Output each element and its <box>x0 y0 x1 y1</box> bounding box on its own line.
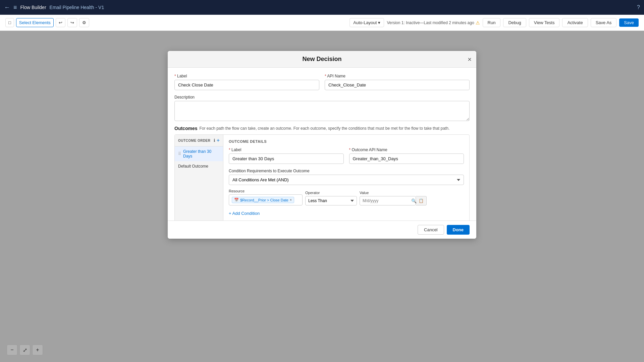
resource-tag: 📅 $Record__Prior > Close Date × <box>232 197 294 203</box>
toolbar-right: Auto-Layout ▾ Version 1: Inactive—Last m… <box>350 18 639 27</box>
condition-requirements-row: Condition Requirements to Execute Outcom… <box>229 169 464 185</box>
resource-tag-close[interactable]: × <box>290 198 292 202</box>
add-condition-button[interactable]: + Add Condition <box>229 209 260 218</box>
default-outcome-label: Default Outcome <box>178 164 208 169</box>
main-toolbar: □ Select Elements ↩ ↪ ⚙ Auto-Layout ▾ Ve… <box>0 15 644 31</box>
operator-label: Operator <box>305 191 357 195</box>
resource-tag-label: $Record__Prior > Close Date <box>240 198 288 202</box>
outcome-item-label: Greater than 30 Days <box>183 149 220 159</box>
help-icon[interactable]: ? <box>637 4 640 10</box>
outcome-item[interactable]: ⠿ Greater than 30 Days <box>175 146 223 161</box>
api-name-field-label: API Name <box>325 74 470 78</box>
operator-col: Operator Less ThanGreater ThanEqualsNot … <box>305 191 357 205</box>
drag-handle-icon: ⠿ <box>178 152 181 156</box>
settings-button[interactable]: ⚙ <box>79 18 89 27</box>
nav-right: ? <box>637 4 640 10</box>
panel-icon: □ <box>8 20 11 25</box>
save-button[interactable]: Save <box>619 18 639 27</box>
nav-left: ← ≡ Flow Builder Email Pipeline Health -… <box>4 4 633 11</box>
label-input[interactable] <box>174 80 319 90</box>
cancel-button[interactable]: Cancel <box>418 225 444 235</box>
modal-footer: Cancel Done <box>168 221 476 239</box>
description-label: Description <box>174 95 470 100</box>
outcome-api-name-group: Outcome API Name <box>349 147 464 164</box>
resource-col: Resource 📅 $Record__Prior > Close Date × <box>229 189 303 205</box>
outcome-order-info-icon[interactable]: ℹ <box>214 138 215 143</box>
outcome-details-panel: OUTCOME DETAILS Label Ou <box>223 135 469 221</box>
new-decision-modal: New Decision × Label API Name <box>168 51 476 239</box>
auto-layout-button[interactable]: Auto-Layout ▾ <box>350 18 384 27</box>
outcome-label-field-label: Label <box>229 147 344 152</box>
label-field-label: Label <box>174 74 319 78</box>
modal-title: New Decision <box>302 56 341 63</box>
undo-icon: ↩ <box>59 20 62 25</box>
auto-layout-chevron-icon: ▾ <box>378 20 380 25</box>
value-label: Value <box>360 191 427 195</box>
default-outcome-item[interactable]: Default Outcome <box>175 161 223 171</box>
select-elements-label: Select Elements <box>19 20 51 25</box>
value-search-button[interactable]: 🔍 <box>411 198 417 203</box>
outcome-sidebar: OUTCOME ORDER ℹ + ⠿ Greater than 30 Days… <box>175 135 223 221</box>
resource-input-field[interactable]: 📅 $Record__Prior > Close Date × <box>229 194 303 205</box>
save-as-button[interactable]: Save As <box>591 18 617 27</box>
value-input[interactable] <box>360 196 416 205</box>
condition-req-group: Condition Requirements to Execute Outcom… <box>229 169 464 185</box>
value-copy-button[interactable]: 📋 <box>416 196 427 205</box>
outcomes-header: Outcomes For each path the flow can take… <box>174 126 470 131</box>
outcomes-description: For each path the flow can take, create … <box>199 126 449 131</box>
app-title: Flow Builder <box>20 5 46 10</box>
add-outcome-button[interactable]: + <box>217 137 220 143</box>
value-input-wrapper: 🔍 📋 <box>360 196 427 205</box>
menu-icon: ≡ <box>13 4 17 11</box>
outcomes-title: Outcomes <box>174 126 197 131</box>
api-name-field-group: API Name <box>325 74 470 90</box>
redo-icon: ↪ <box>70 20 74 25</box>
outcome-details-title: OUTCOME DETAILS <box>229 139 464 143</box>
resource-tag-icon: 📅 <box>234 198 239 202</box>
description-field-group: Description <box>174 95 470 121</box>
debug-button[interactable]: Debug <box>503 18 526 27</box>
outcome-order-title: OUTCOME ORDER <box>178 139 212 142</box>
description-textarea[interactable] <box>174 101 470 121</box>
outcomes-layout: OUTCOME ORDER ℹ + ⠿ Greater than 30 Days… <box>174 134 470 221</box>
back-button[interactable]: ← <box>4 4 10 11</box>
api-name-input[interactable] <box>325 80 470 90</box>
top-navigation: ← ≡ Flow Builder Email Pipeline Health -… <box>0 0 644 15</box>
auto-layout-label: Auto-Layout <box>353 20 377 25</box>
label-apiname-row: Label API Name <box>174 74 470 90</box>
label-field-group: Label <box>174 74 319 90</box>
canvas-area: ▶ ✕ Record-Triggered Flow Start New Deci… <box>0 31 644 362</box>
condition-req-label: Condition Requirements to Execute Outcom… <box>229 169 464 173</box>
activate-button[interactable]: Activate <box>562 18 588 27</box>
outcome-label-group: Label <box>229 147 344 164</box>
run-button[interactable]: Run <box>483 18 501 27</box>
warning-icon: ⚠ <box>476 20 480 25</box>
condition-row: Resource 📅 $Record__Prior > Close Date × <box>229 189 464 205</box>
outcome-api-name-label: Outcome API Name <box>349 147 464 152</box>
undo-button[interactable]: ↩ <box>56 18 65 27</box>
settings-icon: ⚙ <box>82 20 86 25</box>
version-text: Version 1: Inactive—Last modified 2 minu… <box>387 20 480 25</box>
toolbar-left: □ Select Elements ↩ ↪ ⚙ <box>5 18 347 27</box>
modal-close-button[interactable]: × <box>468 55 472 63</box>
toggle-panel-button[interactable]: □ <box>5 18 14 27</box>
modal-body: Label API Name Description <box>168 68 476 221</box>
page-title: Email Pipeline Health - V1 <box>50 5 104 10</box>
modal-overlay: New Decision × Label API Name <box>0 31 644 362</box>
outcome-api-name-input[interactable] <box>349 154 464 164</box>
resource-label: Resource <box>229 189 303 193</box>
value-col: Value 🔍 📋 <box>360 191 427 205</box>
view-tests-button[interactable]: View Tests <box>529 18 560 27</box>
outcome-label-apiname-row: Label Outcome API Name <box>229 147 464 164</box>
outcome-sidebar-header: OUTCOME ORDER ℹ + <box>175 135 223 146</box>
done-button[interactable]: Done <box>447 225 470 235</box>
condition-requirements-select[interactable]: All Conditions Are Met (AND)Any Conditio… <box>229 175 464 185</box>
select-elements-button[interactable]: Select Elements <box>16 18 54 27</box>
redo-button[interactable]: ↪ <box>67 18 77 27</box>
outcome-label-input[interactable] <box>229 154 344 164</box>
modal-header: New Decision × <box>168 51 476 68</box>
operator-select[interactable]: Less ThanGreater ThanEqualsNot EqualsLes… <box>305 196 357 205</box>
